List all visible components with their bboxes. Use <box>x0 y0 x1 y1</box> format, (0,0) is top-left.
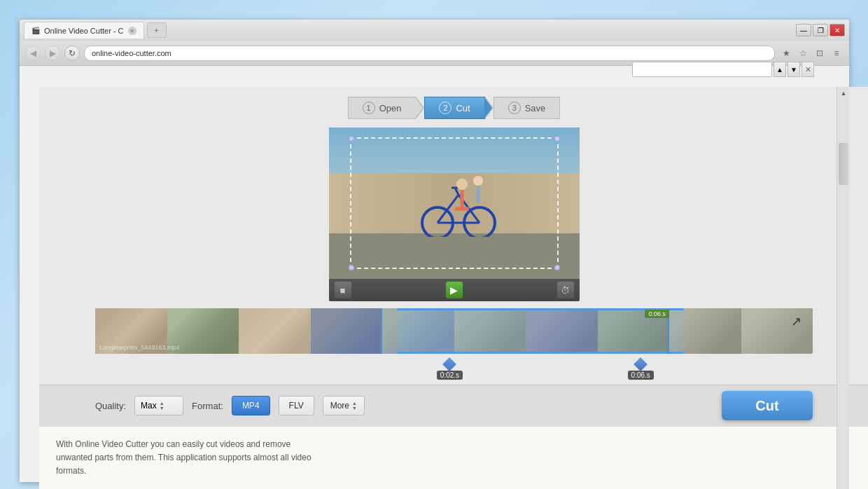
step-cut[interactable]: 2 Cut <box>424 97 484 119</box>
new-tab-button[interactable]: + <box>147 22 167 38</box>
tab-close-button[interactable]: × <box>128 27 136 35</box>
time-markers-row: 0:02.s 0:06.s <box>39 359 868 379</box>
scrollbar: ▲ ▼ <box>836 87 849 489</box>
url-text: online-video-cutter.com <box>92 49 172 57</box>
step-arrow-2 <box>485 97 493 119</box>
step-cut-label: Cut <box>456 103 470 113</box>
start-handle-diamond[interactable] <box>443 357 457 371</box>
scrollbar-up-button[interactable]: ▲ <box>837 87 850 99</box>
start-time-badge: 0:02.s <box>437 371 463 380</box>
svg-point-10 <box>473 176 483 186</box>
bookmark-icon[interactable]: ★ <box>779 46 793 60</box>
play-icon: ▶ <box>450 284 458 296</box>
page-content: 1 Open 2 Cut 3 Save <box>39 87 868 489</box>
refresh-button[interactable]: ↻ <box>64 46 80 61</box>
stop-button[interactable]: ■ <box>335 282 351 298</box>
video-player: ■ ▶ ⏱ <box>329 128 580 301</box>
end-handle[interactable]: 0:06.s <box>628 359 654 380</box>
menu-icon[interactable]: ≡ <box>830 46 844 60</box>
back-button[interactable]: ◀ <box>25 46 41 61</box>
timeline-thumb-6 <box>454 308 526 354</box>
tab-title: Online Video Cutter - C <box>44 27 124 35</box>
more-button[interactable]: More ▲ ▼ <box>323 396 365 415</box>
browser-tab[interactable]: 🎬 Online Video Cutter - C × <box>24 22 144 39</box>
step-save-label: Save <box>525 103 546 113</box>
timeline-thumb-3 <box>239 308 311 354</box>
search-close-button[interactable]: ✕ <box>802 62 814 77</box>
video-scene <box>329 128 580 279</box>
end-handle-diamond[interactable] <box>634 357 648 371</box>
timeline-area: Langimeprtes_5449163.mp4 0:06.s <box>39 308 868 354</box>
step-arrow-1 <box>416 97 424 119</box>
play-button[interactable]: ▶ <box>446 282 463 298</box>
timeline-end-badge: 0:06.s <box>645 310 669 318</box>
steps-bar: 1 Open 2 Cut 3 Save <box>39 87 868 128</box>
more-label: More <box>330 401 349 411</box>
info-section: With Online Video Cutter you can easily … <box>39 426 868 489</box>
end-time-badge: 0:06.s <box>628 371 654 380</box>
timeline-filename: Langimeprtes_5449163.mp4 <box>99 344 180 351</box>
quality-label: Quality: <box>95 401 126 411</box>
quality-value: Max <box>141 401 157 411</box>
window-controls: — ❐ ✕ <box>796 24 845 36</box>
timer-button[interactable]: ⏱ <box>557 282 574 298</box>
cut-button[interactable]: Cut <box>722 391 813 420</box>
video-area: ■ ▶ ⏱ <box>39 128 868 308</box>
bottom-toolbar: Quality: Max ▲ ▼ Format: MP4 FLV More ▲ … <box>39 385 868 426</box>
close-button[interactable]: ✕ <box>830 24 845 36</box>
timeline-thumb-10 <box>741 308 813 354</box>
format-flv-button[interactable]: FLV <box>279 396 314 415</box>
info-text: With Online Video Cutter you can easily … <box>56 438 322 478</box>
video-controls: ■ ▶ ⏱ <box>329 279 580 301</box>
search-prev-button[interactable]: ▲ <box>774 62 786 77</box>
timeline-thumb-7 <box>526 308 598 354</box>
step-save-num: 3 <box>508 102 521 114</box>
svg-point-7 <box>456 179 468 190</box>
step-open[interactable]: 1 Open <box>348 97 416 119</box>
quality-select[interactable]: Max ▲ ▼ <box>134 396 183 415</box>
quality-arrows: ▲ ▼ <box>160 401 164 411</box>
restore-button[interactable]: ❐ <box>813 24 828 36</box>
more-arrows: ▲ ▼ <box>352 401 357 411</box>
minimize-button[interactable]: — <box>796 24 811 36</box>
step-cut-num: 2 <box>439 102 451 114</box>
search-bar: ▲ ▼ ✕ <box>632 62 814 77</box>
clock-icon: ⏱ <box>561 285 570 296</box>
step-save[interactable]: 3 Save <box>493 97 561 119</box>
timeline-thumb-8: 0:06.s <box>598 308 670 354</box>
nav-icons: ★ ☆ ⊡ ≡ <box>779 46 844 60</box>
timeline-thumb-5 <box>382 308 454 354</box>
stop-icon: ■ <box>340 285 346 296</box>
timeline-strip[interactable]: Langimeprtes_5449163.mp4 0:06.s <box>95 308 813 354</box>
format-label: Format: <box>192 401 223 411</box>
video-frame <box>329 128 580 279</box>
star-icon[interactable]: ☆ <box>796 46 810 60</box>
search-next-button[interactable]: ▼ <box>788 62 800 77</box>
browser-titlebar: 🎬 Online Video Cutter - C × + — ❐ ✕ <box>20 20 849 41</box>
timeline-thumb-4 <box>311 308 383 354</box>
fullscreen-icon[interactable]: ⊡ <box>813 46 827 60</box>
step-open-num: 1 <box>363 102 375 114</box>
timeline-thumb-9 <box>669 308 741 354</box>
scrollbar-thumb[interactable] <box>839 143 848 185</box>
bike-figures <box>416 174 500 237</box>
forward-button[interactable]: ▶ <box>45 46 60 61</box>
search-input[interactable] <box>632 62 772 77</box>
format-mp4-button[interactable]: MP4 <box>232 396 270 415</box>
scene-ground <box>329 233 580 279</box>
step-open-label: Open <box>379 103 402 113</box>
tab-favicon: 🎬 <box>31 27 40 34</box>
start-handle[interactable]: 0:02.s <box>437 359 463 380</box>
address-bar[interactable]: online-video-cutter.com <box>84 46 775 61</box>
browser-window: 🎬 Online Video Cutter - C × + — ❐ ✕ ◀ ▶ … <box>20 20 849 482</box>
